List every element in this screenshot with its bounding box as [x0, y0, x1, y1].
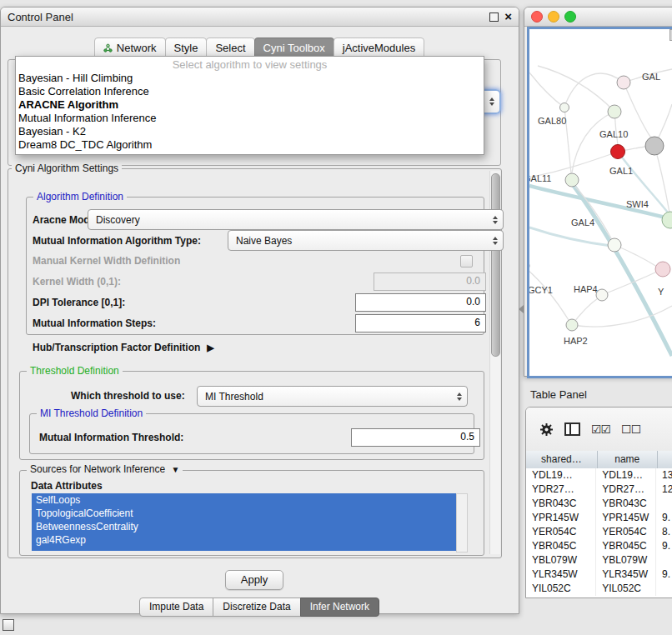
table-cell[interactable]: YBR045C	[526, 539, 596, 553]
table-cell[interactable]: YDR27…	[596, 482, 656, 497]
table-cell[interactable]: YBR043C	[526, 497, 596, 511]
network-node[interactable]	[608, 105, 621, 118]
column-header-extra[interactable]	[658, 451, 672, 468]
mi-threshold-field[interactable]: 0.5	[351, 428, 480, 447]
table-cell[interactable]: 9.	[656, 568, 672, 582]
table-cell[interactable]: 12	[656, 482, 672, 497]
table-row[interactable]: YBR045CYBR045C9.	[526, 539, 672, 553]
dpi-tolerance-field[interactable]: 0.0	[355, 293, 486, 312]
network-node[interactable]	[645, 137, 664, 155]
mac-zoom-button[interactable]	[564, 11, 576, 22]
mac-close-button[interactable]	[531, 11, 543, 22]
which-threshold-combo[interactable]: MI Threshold	[197, 386, 468, 407]
attribute-item-betweennesscentrality[interactable]: BetweennessCentrality	[32, 520, 456, 533]
sources-group-title[interactable]: Sources for Network Inference ▼	[27, 463, 183, 475]
tab-jactivemodules[interactable]: jActiveModules	[333, 38, 424, 58]
network-node[interactable]	[565, 173, 579, 187]
table-cell[interactable]: YPR145W	[596, 511, 656, 525]
close-icon[interactable]: ×	[504, 12, 512, 21]
attribute-item-topologicalcoefficient[interactable]: TopologicalCoefficient	[32, 507, 456, 520]
mi-type-combo[interactable]: Naive Bayes	[228, 230, 504, 251]
dropdown-item-mutual-information-inference[interactable]: Mutual Information Inference	[16, 112, 484, 125]
table-cell[interactable]: YPR145W	[526, 511, 596, 525]
tab-select[interactable]: Select	[206, 38, 254, 58]
table-cell[interactable]: 13	[656, 468, 672, 482]
table-row[interactable]: YLR345WYLR345W9.	[526, 568, 672, 582]
table-cell[interactable]: YBR045C	[596, 539, 656, 553]
network-node[interactable]	[655, 262, 670, 277]
apply-button[interactable]: Apply	[225, 570, 283, 590]
table-row[interactable]: YBL079WYBL079W	[526, 553, 672, 568]
network-node[interactable]	[596, 289, 608, 301]
table-cell[interactable]	[656, 582, 672, 596]
tab-cyni-toolbox[interactable]: Cyni Toolbox	[254, 38, 334, 58]
dropdown-item-bayesian-hill-climbing[interactable]: Bayesian - Hill Climbing	[16, 72, 484, 85]
network-node[interactable]	[617, 76, 630, 89]
kernel-width-label: Kernel Width (0,1):	[33, 276, 121, 288]
table-cell[interactable]: YBR043C	[596, 497, 656, 511]
table-cell[interactable]: YER054C	[526, 525, 596, 539]
settings-scrollbar-thumb[interactable]	[491, 173, 500, 357]
table-cell[interactable]: YDR27…	[526, 482, 596, 497]
network-graph[interactable]: GAL80GAL10GAL11GAL1SWI4GAL4GCY1HAP4HAP2G…	[529, 29, 672, 376]
network-canvas[interactable]: GAL80GAL10GAL11GAL1SWI4GAL4GCY1HAP4HAP2G…	[527, 27, 672, 378]
network-node-label: GCY1	[529, 285, 553, 295]
aracne-mode-combo[interactable]: Discovery	[88, 209, 504, 230]
table-cell[interactable]: YLR345W	[526, 568, 596, 582]
table-row[interactable]: YPR145WYPR145W9.	[526, 511, 672, 525]
table-row[interactable]: YDL19…YDL19…13	[526, 468, 672, 482]
bottom-tab-infer-network[interactable]: Infer Network	[300, 598, 379, 617]
data-attributes-list[interactable]: SelfLoopsTopologicalCoefficientBetweenne…	[32, 493, 456, 551]
algorithm-dropdown-list: Bayesian - Hill ClimbingBasic Correlatio…	[16, 72, 484, 152]
network-edges[interactable]	[529, 66, 672, 356]
splitter-handle[interactable]	[519, 305, 524, 313]
table-cell[interactable]: 9.	[656, 539, 672, 553]
table-header: shared…name	[526, 451, 672, 469]
bottom-tab-discretize-data[interactable]: Discretize Data	[213, 598, 300, 617]
attributes-scrollbar[interactable]	[456, 493, 468, 552]
table-cell[interactable]: 8.	[656, 525, 672, 539]
dropdown-item-bayesian-k2[interactable]: Bayesian - K2	[16, 125, 484, 138]
table-cell[interactable]: YBL079W	[526, 553, 596, 568]
dropdown-item-aracne-algorithm[interactable]: ARACNE Algorithm	[16, 98, 484, 112]
attribute-item-selfloops[interactable]: SelfLoops	[32, 493, 456, 507]
panel-dock-icon[interactable]	[3, 619, 14, 631]
tab-network[interactable]: Network	[94, 38, 166, 58]
table-cell[interactable]: YER054C	[596, 525, 656, 539]
select-all-icon[interactable]: ☑☑	[591, 422, 610, 436]
tab-style[interactable]: Style	[165, 38, 208, 58]
table-cell[interactable]	[656, 497, 672, 511]
hub-section-toggle[interactable]: Hub/Transcription Factor Definition▶	[33, 342, 214, 353]
data-attributes-label: Data Attributes	[31, 480, 103, 492]
bottom-tab-impute-data[interactable]: Impute Data	[139, 598, 213, 617]
network-node[interactable]	[611, 145, 625, 159]
table-cell[interactable]: YIL052C	[596, 582, 656, 596]
attribute-item-partial[interactable]	[32, 547, 456, 551]
attribute-item-gal4rgexp[interactable]: gal4RGexp	[32, 533, 456, 547]
table-row[interactable]: YBR043CYBR043C	[526, 497, 672, 511]
table-row[interactable]: YDR27…YDR27…12	[526, 482, 672, 497]
table-cell[interactable]: 9.	[656, 511, 672, 525]
gear-icon[interactable]	[539, 422, 554, 437]
table-cell[interactable]: YLR345W	[596, 568, 656, 582]
column-header-name[interactable]: name	[598, 451, 658, 468]
float-window-icon[interactable]	[489, 12, 499, 22]
dropdown-item-dream8-dc-tdc-algorithm[interactable]: Dream8 DC_TDC Algorithm	[16, 138, 484, 152]
show-columns-icon[interactable]	[564, 422, 580, 436]
table-cell[interactable]: YDL19…	[596, 468, 656, 482]
dropdown-item-basic-correlation-inference[interactable]: Basic Correlation Inference	[16, 85, 484, 98]
table-row[interactable]: YIL052CYIL052C	[526, 582, 672, 596]
column-header-shared-[interactable]: shared…	[526, 451, 598, 468]
table-row[interactable]: YER054CYER054C8.	[526, 525, 672, 539]
table-cell[interactable]: YBL079W	[596, 553, 656, 568]
network-node[interactable]	[662, 212, 672, 228]
table-cell[interactable]	[656, 553, 672, 568]
network-node[interactable]	[566, 319, 578, 331]
network-node[interactable]	[560, 103, 569, 112]
network-node[interactable]	[608, 238, 621, 252]
deselect-all-icon[interactable]: ☐☐	[621, 422, 640, 436]
mi-steps-field[interactable]: 6	[355, 314, 486, 332]
table-cell[interactable]: YDL19…	[526, 468, 596, 482]
table-cell[interactable]: YIL052C	[526, 582, 596, 596]
mac-minimize-button[interactable]	[548, 11, 559, 22]
